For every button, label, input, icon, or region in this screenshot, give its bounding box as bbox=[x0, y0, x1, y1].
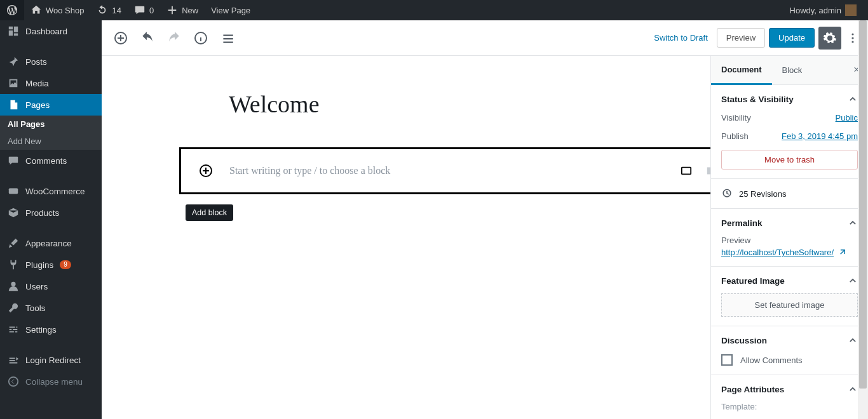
menu-appearance[interactable]: Appearance bbox=[0, 232, 102, 254]
view-page-label: View Page bbox=[211, 6, 250, 15]
template-label: Template: bbox=[721, 402, 858, 411]
menu-label: Pages bbox=[25, 100, 50, 110]
menu-woocommerce[interactable]: WooCommerce bbox=[0, 180, 102, 202]
menu-label: Media bbox=[25, 79, 49, 88]
menu-tools[interactable]: Tools bbox=[0, 297, 102, 319]
menu-label: Appearance bbox=[25, 239, 72, 248]
site-name: Woo Shop bbox=[46, 6, 84, 15]
updates-link[interactable]: 14 bbox=[90, 0, 127, 20]
revisions-count: 25 bbox=[739, 189, 748, 199]
sidebar-scroll[interactable]: Status & Visibility VisibilityPublic Pub… bbox=[711, 85, 868, 419]
menu-posts[interactable]: Posts bbox=[0, 51, 102, 72]
menu-label: Login Redirect bbox=[25, 356, 81, 365]
chevron-up-icon bbox=[848, 94, 858, 104]
comments-link[interactable]: 0 bbox=[128, 0, 160, 20]
undo-icon bbox=[140, 31, 154, 45]
page-scrollbar[interactable] bbox=[858, 20, 868, 419]
pages-icon bbox=[8, 99, 19, 110]
site-name-link[interactable]: Woo Shop bbox=[24, 0, 90, 20]
submenu-all-pages[interactable]: All Pages bbox=[0, 116, 102, 133]
plug-icon bbox=[8, 259, 19, 270]
block-nav-button[interactable] bbox=[216, 27, 239, 50]
add-circle-icon bbox=[199, 164, 213, 178]
add-circle-icon bbox=[114, 31, 128, 45]
panel-title: Permalink bbox=[721, 218, 763, 228]
switch-draft-button[interactable]: Switch to Draft bbox=[649, 28, 713, 48]
view-page-link[interactable]: View Page bbox=[205, 0, 257, 20]
publish-label: Publish bbox=[721, 131, 749, 141]
menu-settings[interactable]: Settings bbox=[0, 319, 102, 340]
user-icon bbox=[8, 281, 19, 292]
settings-toggle-button[interactable] bbox=[818, 27, 841, 50]
add-block-button[interactable] bbox=[109, 27, 132, 50]
admin-bar-right: Howdy, admin bbox=[783, 0, 868, 20]
pin-icon bbox=[8, 56, 19, 67]
visibility-value[interactable]: Public bbox=[836, 113, 858, 123]
menu-label: Plugins bbox=[25, 260, 53, 270]
menu-label: WooCommerce bbox=[25, 187, 85, 196]
update-button[interactable]: Update bbox=[769, 28, 815, 48]
move-to-trash-button[interactable]: Move to trash bbox=[721, 150, 858, 170]
panel-title: Status & Visibility bbox=[721, 95, 794, 104]
new-content-link[interactable]: New bbox=[160, 0, 205, 20]
tab-document[interactable]: Document bbox=[711, 56, 772, 85]
media-icon bbox=[8, 77, 19, 89]
submenu-add-new[interactable]: Add New bbox=[0, 133, 102, 150]
tab-block[interactable]: Block bbox=[772, 57, 813, 84]
permalink-preview-label: Preview bbox=[721, 236, 858, 245]
block-suggestions bbox=[679, 165, 710, 176]
editor-canvas: Welcome Start writing or type / to choos… bbox=[102, 56, 710, 419]
dashboard-icon bbox=[8, 25, 19, 37]
visibility-label: Visibility bbox=[721, 113, 751, 123]
admin-bar-left: Woo Shop 14 0 New View Page bbox=[0, 0, 257, 20]
panel-status-toggle[interactable]: Status & Visibility bbox=[721, 94, 858, 104]
comments-count: 0 bbox=[149, 6, 154, 15]
gallery-block-icon[interactable] bbox=[705, 165, 710, 176]
sliders-icon bbox=[8, 324, 19, 335]
howdy-text: Howdy, admin bbox=[790, 6, 841, 15]
image-block-icon[interactable] bbox=[679, 165, 693, 176]
submenu-pages: All Pages Add New bbox=[0, 116, 102, 150]
permalink-url[interactable]: http://localhost/TycheSoftware/ bbox=[721, 248, 834, 257]
menu-collapse[interactable]: Collapse menu bbox=[0, 371, 102, 392]
menu-label: Collapse menu bbox=[25, 377, 83, 387]
menu-comments[interactable]: Comments bbox=[0, 150, 102, 171]
panel-title: Featured Image bbox=[721, 276, 785, 286]
scrollbar-thumb[interactable] bbox=[859, 20, 867, 389]
set-featured-image-button[interactable]: Set featured image bbox=[721, 293, 858, 317]
panel-discussion-toggle[interactable]: Discussion bbox=[721, 335, 858, 345]
panel-page-attrs-toggle[interactable]: Page Attributes bbox=[721, 384, 858, 394]
panel-featured-toggle[interactable]: Featured Image bbox=[721, 276, 858, 286]
post-title[interactable]: Welcome bbox=[229, 90, 710, 118]
content-info-button[interactable] bbox=[189, 27, 212, 50]
howdy-link[interactable]: Howdy, admin bbox=[783, 0, 863, 20]
wp-logo[interactable] bbox=[0, 0, 24, 20]
default-block[interactable]: Start writing or type / to choose a bloc… bbox=[179, 147, 710, 194]
undo-button[interactable] bbox=[136, 27, 159, 50]
menu-pages[interactable]: Pages bbox=[0, 94, 102, 116]
history-icon bbox=[721, 188, 733, 199]
preview-button[interactable]: Preview bbox=[717, 28, 765, 48]
external-link-icon[interactable] bbox=[837, 248, 846, 257]
allow-comments-row[interactable]: Allow Comments bbox=[721, 354, 858, 366]
panel-revisions[interactable]: 25 Revisions bbox=[711, 179, 868, 209]
comment-icon bbox=[134, 4, 146, 16]
menu-plugins[interactable]: Plugins9 bbox=[0, 254, 102, 276]
allow-comments-checkbox[interactable] bbox=[721, 354, 733, 366]
menu-media[interactable]: Media bbox=[0, 72, 102, 94]
menu-products[interactable]: Products bbox=[0, 202, 102, 223]
editor-main: Switch to Draft Preview Update Welcome S… bbox=[102, 20, 868, 419]
publish-value[interactable]: Feb 3, 2019 4:45 pm bbox=[782, 131, 858, 141]
updates-count: 14 bbox=[112, 6, 121, 15]
menu-dashboard[interactable]: Dashboard bbox=[0, 20, 102, 42]
revisions-label: Revisions bbox=[750, 189, 786, 199]
menu-label: Products bbox=[25, 208, 59, 218]
menu-login-redirect[interactable]: Login Redirect bbox=[0, 349, 102, 371]
panel-permalink-toggle[interactable]: Permalink bbox=[721, 218, 858, 228]
menu-users[interactable]: Users bbox=[0, 276, 102, 297]
toolbar-right: Switch to Draft Preview Update bbox=[649, 27, 860, 50]
inline-add-block-button[interactable] bbox=[198, 163, 214, 179]
redo-button[interactable] bbox=[163, 27, 186, 50]
redo-icon bbox=[167, 31, 181, 45]
add-block-tooltip: Add block bbox=[186, 204, 233, 221]
